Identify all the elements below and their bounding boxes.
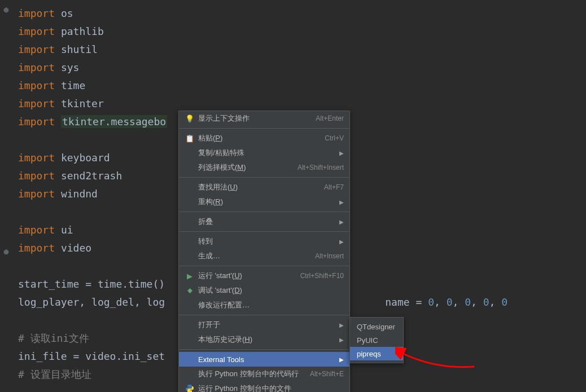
chevron-right-icon: ▶: [339, 150, 344, 156]
menu-shortcut: Alt+Shift+Insert: [298, 164, 344, 171]
menu-separator: [179, 266, 349, 266]
menu-separator: [179, 128, 349, 129]
menu-label: 列选择模式(M): [198, 162, 298, 173]
menu-item-12[interactable]: 生成…Alt+Insert: [179, 249, 349, 263]
menu-shortcut: Alt+Shift+E: [310, 370, 344, 378]
menu-separator: [179, 231, 349, 232]
menu-item-18[interactable]: 打开于▶: [179, 318, 349, 332]
menu-item-2[interactable]: 📋粘贴(P)Ctrl+V: [179, 131, 349, 146]
menu-shortcut: Ctrl+V: [325, 134, 344, 142]
chevron-right-icon: ▶: [339, 219, 344, 225]
menu-item-7[interactable]: 重构(R)▶: [179, 195, 349, 209]
menu-item-9[interactable]: 折叠▶: [179, 214, 349, 229]
code-line-3[interactable]: import shutil: [2, 41, 586, 59]
menu-item-23[interactable]: 运行 Python 控制台中的文件: [179, 381, 349, 392]
menu-item-21[interactable]: External Tools▶: [179, 352, 349, 367]
menu-label: 运行 'start'(U): [198, 271, 300, 281]
menu-label: 显示上下文操作: [198, 113, 316, 124]
menu-label: 运行 Python 控制台中的文件: [198, 384, 344, 392]
chevron-right-icon: ▶: [339, 199, 344, 205]
menu-item-15[interactable]: ⯁调试 'start'(D): [179, 283, 349, 298]
menu-label: External Tools: [198, 355, 339, 364]
context-menu[interactable]: 💡显示上下文操作Alt+Enter📋粘贴(P)Ctrl+V复制/粘贴特殊▶列选择…: [178, 111, 350, 392]
code-line-2[interactable]: import pathlib: [2, 23, 586, 41]
chevron-right-icon: ▶: [339, 356, 344, 363]
bulb-icon: 💡: [185, 114, 195, 123]
gutter-lock-icon: [2, 6, 10, 14]
run-icon: ▶: [185, 272, 195, 280]
menu-item-14[interactable]: ▶运行 'start'(U)Ctrl+Shift+F10: [179, 268, 349, 283]
menu-item-0[interactable]: 💡显示上下文操作Alt+Enter: [179, 111, 349, 126]
code-line-1[interactable]: import os: [2, 5, 586, 23]
chevron-right-icon: ▶: [339, 322, 344, 328]
external-tools-submenu[interactable]: QTdesignerPyUICpipreqs: [349, 317, 404, 363]
submenu-item-pyuic[interactable]: PyUIC: [350, 333, 403, 347]
menu-item-19[interactable]: 本地历史记录(H)▶: [179, 332, 349, 347]
menu-label: 折叠: [198, 217, 339, 227]
menu-label: 修改运行配置…: [198, 300, 344, 310]
menu-label: 转到: [198, 236, 339, 246]
code-line-4[interactable]: import sys: [2, 59, 586, 77]
menu-item-3[interactable]: 复制/粘贴特殊▶: [179, 146, 349, 160]
python-icon: [185, 385, 195, 392]
menu-label: 执行 Python 控制台中的代码行: [198, 369, 310, 379]
menu-label: 调试 'start'(D): [198, 285, 344, 296]
menu-label: 复制/粘贴特殊: [198, 148, 339, 158]
menu-label: 查找用法(U): [198, 182, 324, 192]
paste-icon: 📋: [185, 134, 195, 143]
code-line-5[interactable]: import time: [2, 77, 586, 95]
menu-item-4[interactable]: 列选择模式(M)Alt+Shift+Insert: [179, 160, 349, 175]
menu-shortcut: Ctrl+Shift+F10: [300, 272, 344, 280]
menu-separator: [179, 177, 349, 178]
menu-item-11[interactable]: 转到▶: [179, 234, 349, 249]
menu-shortcut: Alt+F7: [324, 183, 344, 191]
menu-shortcut: Alt+Enter: [316, 114, 344, 122]
menu-separator: [179, 212, 349, 212]
menu-separator: [179, 349, 349, 350]
menu-label: 本地历史记录(H): [198, 334, 339, 345]
menu-label: 生成…: [198, 251, 315, 261]
menu-label: 重构(R): [198, 197, 339, 207]
menu-item-22[interactable]: 执行 Python 控制台中的代码行Alt+Shift+E: [179, 367, 349, 381]
submenu-item-pipreqs[interactable]: pipreqs: [350, 347, 403, 360]
submenu-item-qtdesigner[interactable]: QTdesigner: [350, 320, 403, 333]
menu-label: 打开于: [198, 320, 339, 330]
gutter-lock-icon: [2, 248, 10, 256]
chevron-right-icon: ▶: [339, 239, 344, 245]
menu-separator: [179, 315, 349, 315]
chevron-right-icon: ▶: [339, 337, 344, 343]
menu-label: 粘贴(P): [198, 133, 325, 143]
menu-shortcut: Alt+Insert: [315, 252, 344, 260]
menu-item-16[interactable]: 修改运行配置…: [179, 298, 349, 312]
debug-icon: ⯁: [185, 287, 195, 295]
menu-item-6[interactable]: 查找用法(U)Alt+F7: [179, 180, 349, 195]
